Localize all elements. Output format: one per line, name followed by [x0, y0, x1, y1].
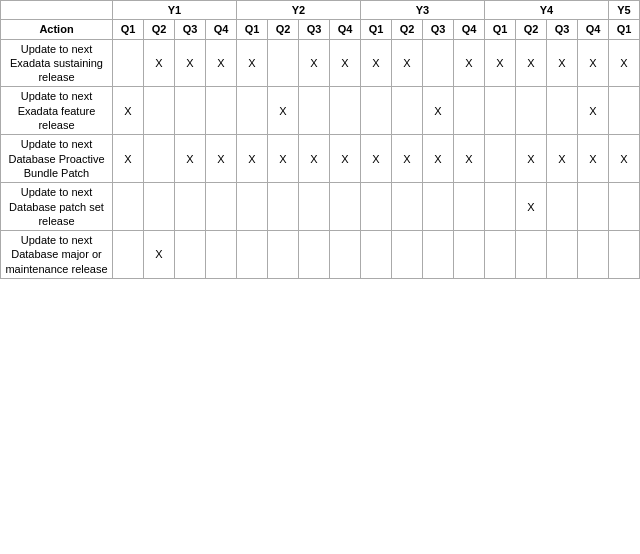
q-y2q1: Q1	[237, 20, 268, 39]
q-y5q1: Q1	[609, 20, 640, 39]
data-cell: X	[516, 39, 547, 87]
data-cell: X	[454, 135, 485, 183]
q-y3q4: Q4	[454, 20, 485, 39]
data-cell	[361, 87, 392, 135]
data-cell: X	[578, 87, 609, 135]
data-cell	[175, 183, 206, 231]
data-cell	[454, 87, 485, 135]
data-cell	[268, 183, 299, 231]
table-row: Update to next Database patch set releas…	[1, 183, 640, 231]
data-cell	[113, 231, 144, 279]
year-y3: Y3	[361, 1, 485, 20]
quarter-header-row: Action Q1 Q2 Q3 Q4 Q1 Q2 Q3 Q4 Q1 Q2 Q3 …	[1, 20, 640, 39]
year-y5: Y5	[609, 1, 640, 20]
q-y3q3: Q3	[423, 20, 454, 39]
data-cell	[268, 39, 299, 87]
data-cell: X	[237, 135, 268, 183]
data-cell	[547, 231, 578, 279]
q-y1q2: Q2	[144, 20, 175, 39]
data-cell	[175, 231, 206, 279]
data-cell: X	[578, 39, 609, 87]
q-y4q3: Q3	[547, 20, 578, 39]
q-y4q2: Q2	[516, 20, 547, 39]
data-cell	[609, 231, 640, 279]
data-cell	[423, 39, 454, 87]
data-cell: X	[299, 39, 330, 87]
table-row: Update to next Exadata sustaining releas…	[1, 39, 640, 87]
action-cell: Update to next Database major or mainten…	[1, 231, 113, 279]
data-cell: X	[516, 135, 547, 183]
q-y3q2: Q2	[392, 20, 423, 39]
data-cell: X	[361, 39, 392, 87]
data-cell	[144, 183, 175, 231]
data-cell	[237, 231, 268, 279]
data-cell: X	[144, 39, 175, 87]
q-y2q2: Q2	[268, 20, 299, 39]
data-cell: X	[547, 135, 578, 183]
data-cell: X	[144, 231, 175, 279]
q-y4q4: Q4	[578, 20, 609, 39]
data-cell	[485, 135, 516, 183]
data-cell: X	[609, 39, 640, 87]
action-header: Action	[1, 20, 113, 39]
data-cell	[392, 183, 423, 231]
q-y2q4: Q4	[330, 20, 361, 39]
data-cell	[485, 231, 516, 279]
data-cell	[516, 87, 547, 135]
table-body: Update to next Exadata sustaining releas…	[1, 39, 640, 278]
data-cell: X	[206, 39, 237, 87]
data-cell	[299, 183, 330, 231]
q-y1q3: Q3	[175, 20, 206, 39]
data-cell: X	[206, 135, 237, 183]
data-cell	[206, 231, 237, 279]
data-cell: X	[516, 183, 547, 231]
data-cell	[330, 231, 361, 279]
data-cell	[237, 87, 268, 135]
data-cell	[175, 87, 206, 135]
year-y4: Y4	[485, 1, 609, 20]
data-cell: X	[113, 135, 144, 183]
table-row: Update to next Database major or mainten…	[1, 231, 640, 279]
year-header-row: Y1 Y2 Y3 Y4 Y5	[1, 1, 640, 20]
action-cell: Update to next Exadata sustaining releas…	[1, 39, 113, 87]
data-cell: X	[268, 87, 299, 135]
data-cell: X	[392, 135, 423, 183]
year-y2: Y2	[237, 1, 361, 20]
data-cell: X	[299, 135, 330, 183]
schedule-table: Y1 Y2 Y3 Y4 Y5 Action Q1 Q2 Q3 Q4 Q1 Q2 …	[0, 0, 640, 279]
data-cell	[299, 231, 330, 279]
year-y1: Y1	[113, 1, 237, 20]
data-cell: X	[237, 39, 268, 87]
data-cell	[268, 231, 299, 279]
data-cell	[299, 87, 330, 135]
data-cell	[578, 231, 609, 279]
data-cell	[423, 183, 454, 231]
data-cell	[392, 87, 423, 135]
data-cell: X	[423, 135, 454, 183]
action-col-spacer	[1, 1, 113, 20]
action-cell: Update to next Database Proactive Bundle…	[1, 135, 113, 183]
data-cell	[609, 87, 640, 135]
data-cell	[330, 183, 361, 231]
data-cell	[206, 87, 237, 135]
data-cell: X	[175, 39, 206, 87]
data-cell: X	[485, 39, 516, 87]
q-y3q1: Q1	[361, 20, 392, 39]
action-cell: Update to next Exadata feature release	[1, 87, 113, 135]
data-cell: X	[268, 135, 299, 183]
q-y1q1: Q1	[113, 20, 144, 39]
data-cell: X	[330, 39, 361, 87]
data-cell	[392, 231, 423, 279]
data-cell	[454, 231, 485, 279]
data-cell: X	[423, 87, 454, 135]
data-cell	[485, 183, 516, 231]
q-y1q4: Q4	[206, 20, 237, 39]
data-cell: X	[113, 87, 144, 135]
data-cell	[113, 39, 144, 87]
data-cell: X	[609, 135, 640, 183]
data-cell	[578, 183, 609, 231]
action-cell: Update to next Database patch set releas…	[1, 183, 113, 231]
main-table-wrapper: Y1 Y2 Y3 Y4 Y5 Action Q1 Q2 Q3 Q4 Q1 Q2 …	[0, 0, 640, 279]
data-cell: X	[330, 135, 361, 183]
data-cell	[361, 231, 392, 279]
